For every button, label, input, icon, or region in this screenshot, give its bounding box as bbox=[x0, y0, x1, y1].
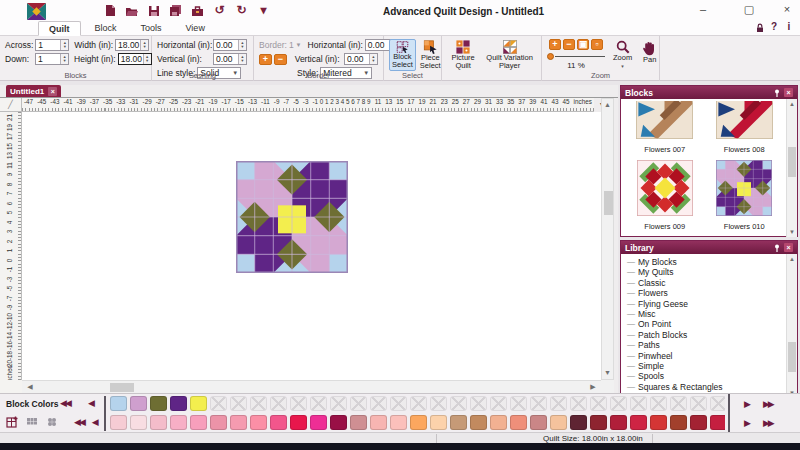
palette-grid-icon[interactable] bbox=[26, 416, 38, 428]
library-item-classic[interactable]: —Classic bbox=[627, 278, 784, 288]
add-border-button[interactable]: + bbox=[259, 54, 272, 65]
library-item-flowers[interactable]: —Flowers bbox=[627, 288, 784, 298]
empty-color-slot[interactable] bbox=[330, 396, 347, 411]
fabric-color-swatch[interactable] bbox=[570, 415, 587, 430]
border-vertical-spinner[interactable]: ▴▾ bbox=[369, 54, 377, 64]
fabric-color-swatch[interactable] bbox=[290, 415, 307, 430]
open-icon[interactable] bbox=[125, 4, 138, 17]
pin-icon[interactable] bbox=[773, 244, 781, 252]
save-icon[interactable] bbox=[147, 4, 160, 17]
fabric-color-swatch[interactable] bbox=[170, 415, 187, 430]
fabric-color-swatch[interactable] bbox=[510, 415, 527, 430]
vertical-scrollbar[interactable]: ▲ ▼ bbox=[601, 98, 614, 380]
zoom-actual-icon[interactable]: ▫ bbox=[591, 39, 603, 50]
width-input[interactable]: 18.00▴▾ bbox=[115, 39, 149, 51]
block-thumbnail-flowers-007[interactable]: Flowers 007 bbox=[625, 101, 705, 160]
fabric-color-swatch[interactable] bbox=[550, 415, 567, 430]
empty-color-slot[interactable] bbox=[690, 396, 707, 411]
picture-quilt-button[interactable]: Picture Quilt bbox=[447, 39, 479, 71]
fabric-color-swatch[interactable] bbox=[450, 415, 467, 430]
scroll-right-icon[interactable]: ▶ bbox=[587, 381, 599, 393]
fabric-color-swatch[interactable] bbox=[370, 415, 387, 430]
fabric-color-swatch[interactable] bbox=[410, 415, 427, 430]
next-fabric-icon[interactable]: ▶ bbox=[744, 418, 749, 428]
scroll-up-icon[interactable]: ▲ bbox=[787, 254, 797, 264]
sashing-horizontal-spinner[interactable]: ▴▾ bbox=[238, 40, 246, 50]
block-thumbnail-flowers-009[interactable]: Flowers 009 bbox=[625, 160, 705, 237]
scroll-up-icon[interactable]: ▲ bbox=[787, 99, 797, 109]
quilt-block[interactable] bbox=[236, 161, 348, 273]
pan-button[interactable]: Pan bbox=[640, 39, 659, 71]
fabric-color-swatch[interactable] bbox=[150, 415, 167, 430]
block-thumbnail-flowers-010[interactable]: Flowers 010 bbox=[705, 160, 785, 237]
horizontal-scroll-thumb[interactable] bbox=[110, 383, 134, 392]
library-item-my-blocks[interactable]: —My Blocks bbox=[627, 257, 784, 267]
vertical-scroll-thumb[interactable] bbox=[604, 191, 613, 215]
block-color-swatch[interactable] bbox=[150, 396, 167, 411]
previous-color-icon[interactable]: ◀ bbox=[88, 398, 93, 408]
empty-color-slot[interactable] bbox=[490, 396, 507, 411]
empty-color-slot[interactable] bbox=[370, 396, 387, 411]
save-as-icon[interactable] bbox=[169, 4, 182, 17]
fabric-color-swatch[interactable] bbox=[530, 415, 547, 430]
scroll-down-icon[interactable]: ▼ bbox=[602, 367, 613, 379]
block-color-swatch[interactable] bbox=[130, 396, 147, 411]
library-item-paths[interactable]: —Paths bbox=[627, 340, 784, 350]
library-scroll-thumb[interactable] bbox=[788, 342, 796, 372]
sashing-vertical-spinner[interactable]: ▴▾ bbox=[238, 54, 246, 64]
library-item-squares-rectangles[interactable]: —Squares & Rectangles bbox=[627, 382, 784, 392]
empty-color-slot[interactable] bbox=[710, 396, 725, 411]
piece-select-button[interactable]: Piece Select bbox=[418, 39, 443, 71]
tab-tools[interactable]: Tools bbox=[131, 21, 172, 36]
empty-color-slot[interactable] bbox=[230, 396, 247, 411]
fabric-color-swatch[interactable] bbox=[390, 415, 407, 430]
library-item-pinwheel[interactable]: —Pinwheel bbox=[627, 351, 784, 361]
fabric-icon[interactable] bbox=[46, 416, 58, 428]
empty-color-slot[interactable] bbox=[310, 396, 327, 411]
empty-color-slot[interactable] bbox=[570, 396, 587, 411]
sashing-vertical-input[interactable]: 0.00▴▾ bbox=[213, 53, 247, 65]
close-button[interactable]: × bbox=[772, 2, 800, 17]
empty-color-slot[interactable] bbox=[530, 396, 547, 411]
info-icon[interactable]: i bbox=[782, 21, 796, 32]
down-input[interactable]: 1▴▾ bbox=[35, 53, 69, 65]
down-spinner[interactable]: ▴▾ bbox=[60, 54, 68, 64]
empty-color-slot[interactable] bbox=[470, 396, 487, 411]
remove-border-button[interactable]: − bbox=[274, 54, 287, 65]
empty-color-slot[interactable] bbox=[410, 396, 427, 411]
width-spinner[interactable]: ▴▾ bbox=[140, 40, 148, 50]
add-palette-icon[interactable] bbox=[6, 416, 18, 428]
pin-icon[interactable] bbox=[773, 89, 781, 97]
empty-color-slot[interactable] bbox=[390, 396, 407, 411]
fabric-color-swatch[interactable] bbox=[630, 415, 647, 430]
library-item-misc[interactable]: —Misc bbox=[627, 309, 784, 319]
tab-block[interactable]: Block bbox=[85, 21, 127, 36]
scroll-down-icon[interactable]: ▼ bbox=[787, 227, 797, 237]
empty-color-slot[interactable] bbox=[610, 396, 627, 411]
fabric-color-swatch[interactable] bbox=[710, 415, 725, 430]
empty-color-slot[interactable] bbox=[590, 396, 607, 411]
fabric-color-swatch[interactable] bbox=[470, 415, 487, 430]
library-item-patch-blocks[interactable]: —Patch Blocks bbox=[627, 330, 784, 340]
block-select-button[interactable]: Block Select bbox=[389, 39, 416, 71]
border-vertical-input[interactable]: 0.00▴▾ bbox=[344, 53, 378, 65]
library-item-on-point[interactable]: —On Point bbox=[627, 319, 784, 329]
empty-color-slot[interactable] bbox=[450, 396, 467, 411]
library-panel-scrollbar[interactable]: ▲ ▼ bbox=[786, 254, 797, 398]
zoom-out-icon[interactable]: − bbox=[563, 39, 575, 50]
fabric-color-swatch[interactable] bbox=[230, 415, 247, 430]
fabric-color-swatch[interactable] bbox=[590, 415, 607, 430]
library-item-spools[interactable]: —Spools bbox=[627, 371, 784, 381]
export-icon[interactable] bbox=[191, 4, 204, 17]
redo-icon[interactable]: ↻ bbox=[235, 4, 248, 17]
fabric-color-swatch[interactable] bbox=[690, 415, 707, 430]
fabric-color-swatch[interactable] bbox=[310, 415, 327, 430]
fabric-color-swatch[interactable] bbox=[490, 415, 507, 430]
document-tab-close-icon[interactable]: × bbox=[48, 87, 57, 96]
library-panel-close-icon[interactable]: × bbox=[784, 243, 793, 252]
blocks-scroll-thumb[interactable] bbox=[788, 147, 796, 177]
document-tab[interactable]: Untitled1 × bbox=[6, 85, 61, 97]
across-spinner[interactable]: ▴▾ bbox=[60, 40, 68, 50]
fabric-color-swatch[interactable] bbox=[650, 415, 667, 430]
fabric-color-swatch[interactable] bbox=[610, 415, 627, 430]
